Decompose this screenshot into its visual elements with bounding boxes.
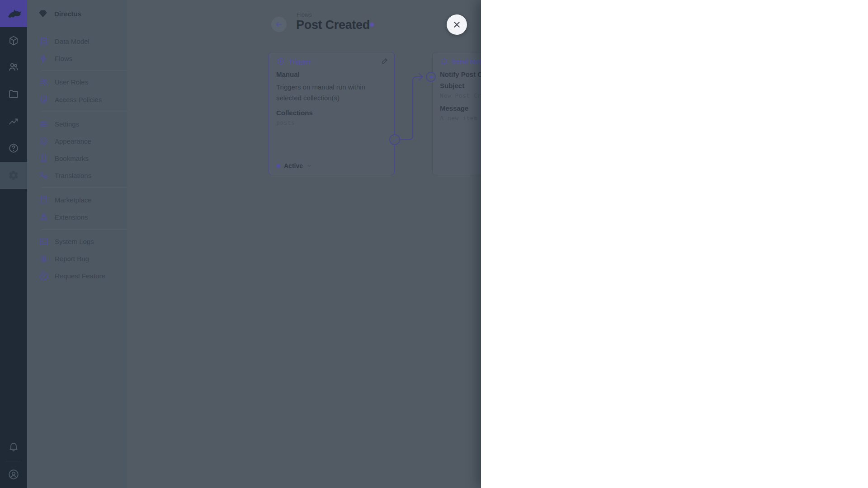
- sidebar-item-label: Bookmarks: [55, 155, 89, 162]
- sidebar-item-label: Flows: [55, 55, 72, 62]
- sidebar-item-label: Marketplace: [55, 196, 92, 204]
- sidebar-item-label: Translations: [55, 172, 91, 179]
- trigger-type-label: Trigger: [288, 57, 311, 65]
- back-button[interactable]: [271, 17, 287, 32]
- trigger-card[interactable]: Trigger Manual Triggers on manual run wi…: [269, 52, 395, 175]
- trigger-description-line2: selected collection(s): [276, 93, 389, 103]
- directus-logo[interactable]: [0, 0, 27, 27]
- module-content[interactable]: [0, 28, 27, 53]
- nav-divider: [42, 70, 127, 70]
- trigger-field-value: posts: [276, 119, 389, 126]
- sidebar-item-bookmarks[interactable]: Bookmarks: [32, 150, 123, 167]
- sidebar-item-request-feature[interactable]: Request Feature: [32, 267, 123, 284]
- trigger-name: Manual: [276, 70, 389, 78]
- close-icon: [452, 20, 462, 29]
- sidebar-item-extensions[interactable]: Extensions: [32, 208, 123, 225]
- project-diamond-icon: [38, 9, 48, 19]
- page-title: Post Created: [296, 18, 370, 32]
- trigger-description-line1: Triggers on manual run within: [276, 82, 389, 93]
- edit-operation-drawer: Post Created Edit Operation Name T Key T…: [481, 0, 868, 488]
- operation-input-connector: [426, 72, 436, 82]
- nav-sidebar: Directus Data Model Flows User Roles Acc…: [27, 0, 127, 488]
- sidebar-item-data-model[interactable]: Data Model: [32, 33, 123, 50]
- sidebar-item-access-policies[interactable]: Access Policies: [32, 91, 123, 108]
- folder-icon: [8, 89, 19, 99]
- trigger-resolve-connector[interactable]: [389, 134, 400, 145]
- sidebar-item-label: Access Policies: [55, 96, 102, 103]
- sidebar-item-label: System Logs: [55, 238, 94, 245]
- module-file-library[interactable]: [0, 81, 27, 107]
- trigger-icon: [276, 57, 285, 66]
- connector-dot: [429, 75, 433, 79]
- trigger-card-header: Trigger: [276, 57, 311, 66]
- directus-app: Flows Post Created Trigger Manual Trigge…: [0, 0, 868, 488]
- status-label: Active: [284, 162, 303, 169]
- users-icon: [8, 61, 19, 72]
- nav-divider: [42, 229, 127, 230]
- cube-icon: [8, 35, 19, 46]
- tune-icon: [39, 119, 48, 129]
- user-menu-button[interactable]: [0, 462, 27, 487]
- sidebar-item-system-logs[interactable]: System Logs: [32, 233, 123, 250]
- account-circle-icon: [8, 469, 19, 480]
- sidebar-item-report-bug[interactable]: Report Bug: [32, 250, 123, 267]
- sidebar-item-appearance[interactable]: Appearance: [32, 132, 123, 150]
- database-icon: [39, 37, 48, 46]
- rabbit-logo-icon: [5, 5, 22, 22]
- sidebar-item-label: Settings: [55, 120, 79, 128]
- sidebar-item-marketplace[interactable]: Marketplace: [32, 191, 123, 208]
- translate-icon: [39, 171, 48, 180]
- bolt-icon: [39, 54, 48, 63]
- close-drawer-button[interactable]: [447, 14, 467, 35]
- module-settings[interactable]: [0, 162, 27, 189]
- shapes-icon: [39, 212, 48, 222]
- terminal-icon: [39, 237, 48, 246]
- sidebar-item-label: Report Bug: [55, 255, 89, 263]
- module-help[interactable]: [0, 136, 27, 161]
- notifications-button[interactable]: [0, 434, 27, 459]
- seal-check-icon: [39, 271, 48, 281]
- bug-icon: [39, 254, 48, 263]
- nav-divider: [42, 188, 127, 188]
- project-switcher[interactable]: Directus: [27, 0, 127, 27]
- shield-lock-icon: [39, 95, 48, 104]
- sidebar-item-label: Appearance: [55, 137, 91, 145]
- module-insights[interactable]: [0, 109, 27, 134]
- sidebar-item-label: Extensions: [55, 213, 88, 221]
- nav-divider: [42, 112, 127, 112]
- unsaved-dot: [370, 23, 374, 27]
- sidebar-item-settings[interactable]: Settings: [32, 115, 123, 132]
- trending-up-icon: [8, 116, 19, 127]
- storefront-icon: [39, 195, 48, 205]
- trigger-field-label: Collections: [276, 109, 389, 117]
- smiley-icon: [39, 136, 48, 146]
- sidebar-item-translations[interactable]: Translations: [32, 167, 123, 184]
- project-name: Directus: [54, 10, 81, 18]
- flow-status-toggle[interactable]: Active: [277, 162, 312, 169]
- gear-icon: [8, 170, 19, 181]
- sidebar-item-label: Request Feature: [55, 272, 105, 280]
- users-icon: [39, 77, 48, 87]
- module-user-directory[interactable]: [0, 54, 27, 80]
- module-bar: [0, 0, 27, 488]
- help-circle-icon: [8, 143, 19, 154]
- notification-bell-icon: [440, 57, 448, 65]
- check-icon: [392, 137, 398, 143]
- sidebar-item-label: User Roles: [55, 78, 88, 86]
- bookmark-icon: [39, 154, 48, 163]
- bell-icon: [8, 441, 19, 452]
- sidebar-item-flows[interactable]: Flows: [32, 50, 123, 67]
- edit-trigger-icon[interactable]: [381, 57, 389, 65]
- breadcrumb[interactable]: Flows: [297, 11, 312, 18]
- arrow-left-icon: [274, 20, 283, 29]
- sidebar-item-user-roles[interactable]: User Roles: [32, 73, 123, 90]
- status-dot: [277, 164, 280, 168]
- sidebar-item-label: Data Model: [55, 38, 90, 45]
- module-bar-divider: [6, 461, 21, 461]
- chevron-down-icon: [307, 163, 312, 169]
